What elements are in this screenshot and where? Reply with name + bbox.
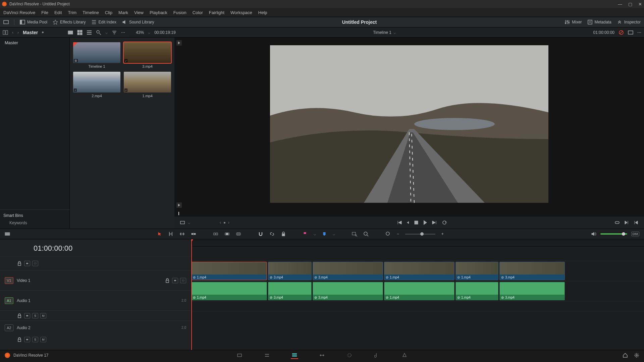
options-button[interactable]: ⋯ [121, 30, 125, 35]
pool-item-timeline[interactable]: ⊞ Timeline 1 [73, 42, 120, 68]
track-header-a2[interactable]: A2 Audio 2 2.0 [0, 320, 191, 335]
video-clip[interactable]: ⊘3.mp4 [268, 262, 312, 280]
menu-playback[interactable]: Playback [150, 10, 167, 15]
zoom-percent[interactable]: 43% [136, 30, 144, 35]
audio-clip[interactable]: ⊘1.mp4 [384, 282, 454, 300]
goto-first-icon[interactable] [176, 40, 182, 46]
loop-button[interactable] [442, 220, 447, 225]
link-button[interactable] [269, 231, 275, 237]
lock-icon[interactable] [165, 278, 170, 283]
audio-clip[interactable]: ⊘3.mp4 [313, 282, 383, 300]
fairlight-page-tab[interactable] [373, 352, 381, 359]
flag-button[interactable] [303, 232, 308, 236]
timeline-tracks[interactable]: ⊘1.mp4⊘3.mp4⊘3.mp4⊘1.mp4⊘1.mp4⊘3.mp4 ⊘1.… [191, 239, 644, 350]
trim-tool[interactable] [168, 231, 173, 237]
stop-button[interactable] [414, 220, 419, 225]
pool-item-clip[interactable]: ♪ 1.mp4 [124, 72, 171, 98]
zoom-detail-button[interactable] [363, 231, 369, 237]
track-badge-a2[interactable]: A2 [5, 324, 13, 331]
grid-view-button[interactable] [77, 30, 83, 35]
viewer-options-button[interactable]: ⋯ [637, 30, 641, 35]
audio-clip[interactable]: ⊘1.mp4 [191, 282, 267, 300]
loop-mode-button[interactable] [614, 220, 620, 225]
master-bin[interactable]: Master [0, 38, 69, 48]
auto-select-button[interactable] [172, 278, 178, 283]
menu-fusion[interactable]: Fusion [173, 10, 186, 15]
edit-index-toggle[interactable]: Edit Index [91, 19, 116, 25]
sound-library-toggle[interactable]: Sound Library [122, 19, 154, 25]
find-button[interactable] [352, 231, 357, 237]
media-pool-toggle[interactable]: Media Pool [20, 19, 47, 25]
replace-button[interactable] [236, 231, 241, 237]
maximize-button[interactable]: ▢ [628, 2, 632, 7]
pool-item-clip[interactable]: ♪ 3.mp4 [124, 42, 171, 68]
playhead[interactable] [191, 239, 192, 350]
track-lane-v1[interactable]: ⊘1.mp4⊘3.mp4⊘3.mp4⊘1.mp4⊘1.mp4⊘3.mp4 [191, 261, 644, 281]
edit-page-tab[interactable] [291, 352, 298, 359]
lock-icon[interactable] [17, 337, 22, 342]
metadata-toggle[interactable]: Metadata [587, 19, 611, 25]
timeline-ruler[interactable] [191, 239, 644, 247]
menu-fairlight[interactable]: Fairlight [209, 10, 224, 15]
video-clip[interactable]: ⊘1.mp4 [384, 262, 454, 280]
video-clip[interactable]: ⊘1.mp4 [455, 262, 498, 280]
video-clip[interactable]: ⊘1.mp4 [191, 262, 267, 280]
track-header-v1[interactable]: V1 Video 1 [0, 270, 191, 290]
timeline-dropdown[interactable]: ⌵ [393, 30, 396, 35]
zoom-full-button[interactable] [385, 231, 391, 237]
mixer-toggle[interactable]: Mixer [565, 19, 582, 25]
search-dropdown[interactable]: ⌵ [105, 30, 108, 35]
dynamic-trim-tool[interactable] [179, 231, 185, 237]
go-first-button[interactable] [397, 220, 402, 225]
audio-clip[interactable]: ⊘3.mp4 [499, 282, 565, 300]
color-page-tab[interactable] [346, 352, 353, 359]
cut-page-tab[interactable] [263, 352, 271, 359]
fusion-page-tab[interactable] [318, 352, 326, 359]
menu-view[interactable]: View [134, 10, 144, 15]
arm-button[interactable] [24, 337, 30, 342]
mute-button[interactable]: M [40, 337, 46, 342]
lock-icon[interactable] [17, 313, 22, 318]
menu-edit[interactable]: Edit [54, 10, 62, 15]
play-button[interactable] [424, 220, 427, 225]
track-lane-a1-sub[interactable] [191, 301, 644, 311]
video-clip[interactable]: ⊘3.mp4 [499, 262, 565, 280]
search-button[interactable] [96, 30, 101, 35]
next-edit-button[interactable] [624, 220, 629, 225]
prev-edit-button[interactable] [633, 220, 639, 225]
match-frame-dropdown[interactable]: ⌵ [188, 220, 190, 225]
selection-tool[interactable] [157, 232, 162, 236]
track-header-a1[interactable]: A1 Audio 1 2.0 [0, 290, 191, 310]
disable-track-button[interactable] [180, 278, 186, 283]
menu-file[interactable]: File [41, 10, 48, 15]
arm-button[interactable] [24, 313, 30, 318]
timeline-name[interactable]: Timeline 1 [373, 30, 391, 35]
timeline-timecode[interactable]: 01:00:00:00 [0, 239, 191, 256]
track-badge-a1[interactable]: A1 [5, 297, 13, 304]
smart-bins-header[interactable]: Smart Bins [3, 212, 66, 219]
menu-workspace[interactable]: Workspace [230, 10, 252, 15]
keywords-bin[interactable]: Keywords [3, 219, 66, 227]
go-last-button[interactable] [432, 220, 437, 225]
track-lane-a2[interactable] [191, 311, 644, 325]
zoom-dropdown[interactable]: ⌵ [148, 30, 150, 35]
dim-button[interactable]: DIM [631, 232, 640, 236]
match-frame-button[interactable] [180, 220, 185, 225]
goto-last-icon[interactable] [176, 202, 182, 208]
minimize-button[interactable]: — [618, 2, 622, 7]
menu-mark[interactable]: Mark [118, 10, 128, 15]
track-header-v2[interactable] [0, 256, 191, 270]
bypass-grade-button[interactable] [619, 30, 624, 35]
solo-button[interactable]: S [32, 337, 38, 342]
thumbnail-view-button[interactable] [68, 30, 73, 35]
mute-button[interactable] [591, 231, 596, 237]
timeline-view-button[interactable] [5, 231, 10, 237]
effects-library-toggle[interactable]: Effects Library [53, 19, 86, 25]
home-button[interactable] [623, 353, 628, 358]
menu-davinci[interactable]: DaVinci Resolve [3, 10, 35, 15]
settings-button[interactable] [634, 353, 639, 358]
zoom-slider[interactable] [405, 234, 435, 235]
auto-select-button[interactable] [24, 261, 30, 266]
disable-track-button[interactable] [32, 261, 38, 266]
menu-timeline[interactable]: Timeline [83, 10, 99, 15]
